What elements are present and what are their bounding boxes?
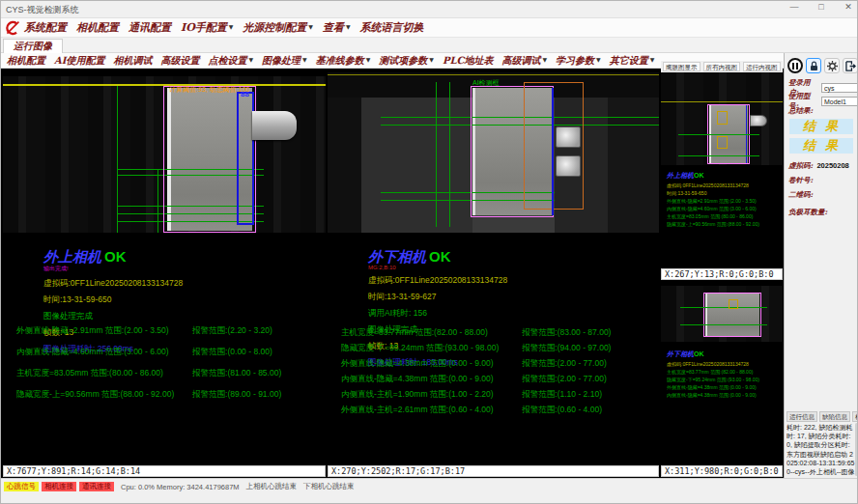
thumb-result-upper: 外上相机OK 虚拟码:0FF1Line20250208133134728 时间:… [667,171,777,227]
menu-item-view[interactable]: 查看▼ [323,20,351,35]
side-button-row [787,58,858,73]
pause-button[interactable] [787,58,803,73]
camera-link-badge: 相机连接 [42,482,76,491]
measure-row: 内侧直线-隐藏=4.38mm 范围:(0.00 - 9.00) 报警范围:(2.… [341,374,653,385]
title-bar: CYS-视觉检测系统 — □ ✕ [1,1,858,18]
menu-item-io-config[interactable]: IO手配置▼ [181,20,233,35]
toolbar-item-label: 基准线参数 [316,55,364,66]
toolbar-camera-config[interactable]: 相机配置 [7,54,45,68]
measure-alarm: 报警范围:(83.00 - 87.00) [522,327,653,339]
menu-item-light-config[interactable]: 光源控制配置▼ [243,20,313,35]
comm-link-badge: 通讯连接 [79,482,114,491]
camera-view-lower[interactable]: AI检测框 外下相机OK MG:2,B:10 虚拟码:0FF1Line20250… [328,69,659,465]
menu-item-camera-config[interactable]: 相机配置 [76,20,119,35]
measure-alarm: 报警范围:(89.00 - 91.00) [192,389,320,401]
close-button[interactable]: ✕ [842,2,855,12]
lower-camera-heartbeat-msg: 下相机心跳结束 [303,482,355,491]
minimize-button[interactable]: — [787,2,801,12]
metal-tab [556,126,581,148]
total-result-label: 总结果: [788,106,813,116]
info-tab-strip: 运行信息 缺陷信息 检测信息 [786,411,858,422]
menu-item-language-switch[interactable]: 系统语言切换 [360,20,424,35]
thumb-tab-eagle-eye[interactable]: 鹰眼图显示 [663,62,701,71]
maximize-button[interactable]: □ [815,2,828,12]
toolbar-baseline-params[interactable]: 基准线参数▼ [316,54,371,68]
lock-button[interactable] [806,58,821,73]
menu-item-comm-config[interactable]: 通讯配置 [129,20,171,35]
overlay-line [678,155,759,156]
camera-image-lower[interactable]: AI检测框 [328,72,659,233]
menu-item-system-config[interactable]: 系统配置 [24,20,67,35]
overlay-line [449,82,450,227]
settings-button[interactable] [824,58,840,73]
cpu-memory-text: Cpu: 0.0% Memory: 3424.4179687M [121,483,240,491]
app-logo-icon [5,20,20,36]
toolbar-item-label: 相机配置 [7,55,45,66]
measure-row: 内侧直线-主机=1.90mm 范围:(1.00 - 2.20) 报警范围:(1.… [341,389,653,401]
toolbar-item-label: PLC地址表 [443,55,494,66]
measure-value: 外侧直线-主机=2.61mm 范围:(0.60 - 4.00) [341,405,522,416]
thumb-view-lower[interactable]: 外下相机OK 虚拟码:0FF1Line20250208133134728 主机宽… [661,282,783,465]
menu-item-label: 查看 [323,21,344,34]
info-tab-detect[interactable]: 检测信息 [852,411,858,422]
toolbar-image-processing[interactable]: 图像处理▼ [262,54,307,68]
chevron-down-icon: ▼ [596,56,601,63]
process-done-line: 图像处理完成 [43,311,183,322]
measure-value: 隐藏宽度-上=90.56mm 范围:(88.00 - 92.00) [16,389,192,401]
barcode-line: 虚拟码:0FF1Line20250208133134728 [368,275,507,287]
menu-item-label: 系统配置 [24,21,67,34]
measure-value: 隐藏宽度-下=95.24mm 范围:(93.00 - 98.00) [341,343,522,354]
thumb-view-upper[interactable]: 外上相机OK 虚拟码:0FF1Line20250208133134728 时间:… [661,72,783,268]
tab-run-image[interactable]: 运行图像 [3,39,63,53]
thumb-image-upper[interactable] [661,72,783,165]
barcode-line: 虚拟码:0FF1Line20250208133134728 [667,182,777,188]
qr-label: 二维码: [788,190,813,200]
measure-value: 内侧直线-隐藏=4.60mm 范围:(3.00 - 6.00) [16,347,192,358]
camera-name: 外下相机 [667,350,694,358]
chevron-down-icon: ▼ [346,23,351,30]
result-title: 外上相机OK [667,171,777,181]
chevron-down-icon: ▼ [542,56,547,63]
chevron-down-icon: ▼ [248,56,253,63]
toolbar-advanced-settings[interactable]: 高级设置 [160,54,199,68]
toolbar-plc-address[interactable]: PLC地址表 [443,54,494,68]
overlay-line [157,169,158,233]
thumb-image-lower[interactable] [661,286,783,342]
heartbeat-badge: 心跳信号 [4,482,39,491]
toolbar-spot-check[interactable]: 点检设置▼ [208,54,253,68]
toolbar-item-label: AI使用配置 [54,55,104,66]
measure-row: 内侧直线-隐藏=4.60mm 范围:(3.00 - 6.00) 报警范围:(0.… [16,347,320,358]
defect-box [729,299,738,309]
barcode-line: 虚拟码:0FF1Line20250208133134728 [667,361,777,367]
camera-name: 外上相机 [667,171,694,180]
metal-tab [556,155,581,177]
logout-button[interactable] [843,58,858,73]
camera-image-upper[interactable]: 计算阈值:93, 动态阈值:100 88 [3,76,326,233]
ai-time-line: 调用AI耗时: 156 [368,308,507,320]
toolbar-ai-config[interactable]: AI使用配置 [54,54,104,68]
measure-alarm: 报警范围:(2.00 - 77.00) [522,358,653,370]
toolbar-item-label: 图像处理 [262,55,300,66]
toolbar-test-params[interactable]: 测试项参数▼ [379,54,434,68]
measure-alarm: 报警范围:(0.00 - 8.00) [192,347,320,358]
result-badge-lower: 结果 [789,138,853,154]
coord-bar-thumb-lower: X:311;Y:980;R:0;G:0;B:0 [661,465,783,477]
measure-alarm: 报警范围:(0.60 - 4.00) [522,405,653,416]
thumb-tab-all-view[interactable]: 所有内视图 [703,62,741,71]
toolbar-item-label: 学习参数 [556,55,594,66]
coord-bar-lower: X:270;Y:2502;R:17;G:17;B:17 [328,465,659,477]
time-line: 时间:13-31-59-627 [368,292,507,303]
toolbar-learning-params[interactable]: 学习参数▼ [556,54,601,68]
overlay-line [680,307,767,308]
toolbar-advanced-debug[interactable]: 高级调试▼ [501,54,547,68]
model-input[interactable]: Model1 [821,97,858,106]
camera-view-upper[interactable]: 计算阈值:93, 动态阈值:100 88 外上相机OK 输出完成! 虚拟码:0F… [3,69,326,465]
toolbar-camera-debug[interactable]: 相机调试 [113,54,152,68]
result-title: 外下相机OK [667,350,777,359]
info-tab-run[interactable]: 运行信息 [786,411,817,422]
toolbar-other-settings[interactable]: 其它设置▼ [610,54,655,68]
measure-line: 主机宽度=83.05mm 范围:(80.00 - 86.00) [667,213,777,219]
coord-bar-thumb-upper: X:267;Y:13;R:0;G:0;B:0 [661,268,783,280]
info-tab-defect[interactable]: 缺陷信息 [819,411,850,422]
thumb-tab-run-view[interactable]: 运行内视图 [743,62,781,71]
